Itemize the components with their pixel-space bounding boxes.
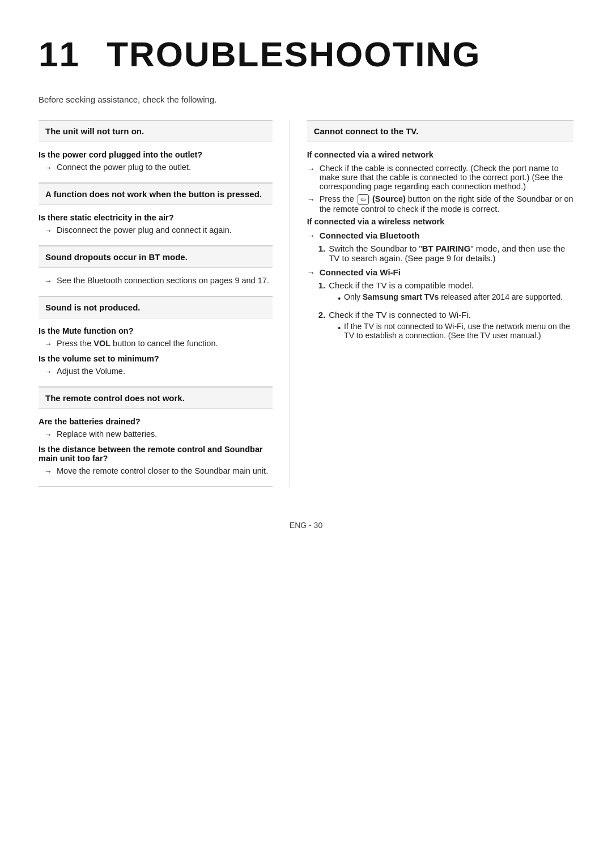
answer-text-batteries: Replace with new batteries. (57, 429, 273, 439)
wifi-step-1-text: Check if the TV is a compatible model. (329, 280, 474, 290)
answer-text-distance: Move the remote control closer to the So… (57, 466, 273, 475)
section-body-sound: Is the Mute function on? → Press the VOL… (39, 318, 273, 387)
wifi-header-row: → Connected via Wi-Fi (307, 267, 573, 277)
bt-step-1-text: Switch the Soundbar to "BT PAIRING" mode… (329, 244, 573, 263)
arrow-icon: → (44, 367, 52, 376)
section-header-remote: The remote control does not work. (39, 388, 273, 409)
bluetooth-steps: 1. Switch the Soundbar to "BT PAIRING" m… (307, 244, 573, 263)
section-sound-not-produced: Sound is not produced. Is the Mute funct… (39, 296, 273, 387)
section-unit-no-turn-on: The unit will not turn on. Is the power … (39, 120, 273, 183)
left-column: The unit will not turn on. Is the power … (39, 120, 290, 487)
right-column: Cannot connect to the TV. If connected v… (290, 120, 573, 487)
wifi-steps: 1. Check if the TV is a compatible model… (307, 280, 573, 342)
arrow-icon: → (44, 430, 52, 439)
arrow-icon: → (44, 339, 52, 348)
section-body-bt: → See the Bluetooth connection sections … (39, 268, 273, 296)
arrow-icon: → (44, 163, 52, 172)
arrow-icon: → (307, 268, 315, 277)
wired-network-title: If connected via a wired network (307, 150, 573, 159)
list-item: • Only Samsung smart TVs released after … (338, 292, 563, 303)
question-static: Is there static electricity in the air? (39, 213, 273, 222)
intro-text: Before seeking assistance, check the fol… (39, 95, 573, 104)
bluetooth-subsection: → Connected via Bluetooth 1. Switch the … (307, 231, 573, 263)
section-body-remote: Are the batteries drained? → Replace wit… (39, 409, 273, 487)
wifi-sub-1: Only Samsung smart TVs released after 20… (344, 292, 563, 301)
arrow-icon: → (307, 164, 315, 173)
question-batteries: Are the batteries drained? (39, 417, 273, 426)
arrow-icon: → (44, 467, 52, 476)
section-remote-no-work: The remote control does not work. Are th… (39, 387, 273, 487)
wifi-title: Connected via Wi-Fi (320, 267, 401, 277)
section-header-bt: Sound dropouts occur in BT mode. (39, 246, 273, 268)
wifi-step-1-content: Check if the TV is a compatible model. •… (329, 280, 563, 305)
list-item: 2. Check if the TV is connected to Wi-Fi… (318, 310, 573, 342)
wifi-sub-2: If the TV is not connected to Wi-Fi, use… (344, 322, 573, 340)
list-item: 1. Switch the Soundbar to "BT PAIRING" m… (318, 244, 573, 263)
answer-bt: → See the Bluetooth connection sections … (39, 276, 273, 286)
list-item: → Press the ⇦ (Source) button on the rig… (307, 194, 573, 214)
arrow-icon: → (44, 276, 52, 286)
section-header-sound: Sound is not produced. (39, 297, 273, 318)
arrow-icon: → (44, 226, 52, 235)
bullet-dot: • (338, 294, 341, 303)
section-sound-dropouts: Sound dropouts occur in BT mode. → See t… (39, 246, 273, 296)
list-item: 1. Check if the TV is a compatible model… (318, 280, 573, 305)
answer-text-mute: Press the VOL button to cancel the funct… (57, 339, 273, 348)
answer-text-bt: See the Bluetooth connection sections on… (57, 276, 273, 285)
wifi-step-1: 1. Check if the TV is a compatible model… (318, 280, 573, 305)
wireless-network-section: If connected via a wireless network → Co… (307, 217, 573, 342)
question-distance: Is the distance between the remote contr… (39, 445, 273, 463)
step-number: 2. (318, 310, 326, 320)
right-section-header: Cannot connect to the TV. (307, 120, 573, 142)
question-power-cord: Is the power cord plugged into the outle… (39, 150, 273, 159)
arrow-icon: → (307, 231, 315, 240)
answer-power-cord: → Connect the power plug to the outlet. (39, 163, 273, 172)
answer-mute: → Press the VOL button to cancel the fun… (39, 339, 273, 348)
source-icon: ⇦ (358, 194, 369, 205)
step-number: 1. (318, 244, 326, 253)
wired-bullet-1: Check if the cable is connected correctl… (320, 164, 573, 191)
wireless-network-title: If connected via a wireless network (307, 217, 573, 226)
content-layout: The unit will not turn on. Is the power … (39, 120, 573, 487)
answer-distance: → Move the remote control closer to the … (39, 466, 273, 476)
wifi-subsection: → Connected via Wi-Fi 1. Check if the TV… (307, 267, 573, 342)
arrow-icon: → (307, 195, 315, 204)
list-item: → Check if the cable is connected correc… (307, 164, 573, 191)
bullet-dot: • (338, 324, 341, 333)
bt-step-1: 1. Switch the Soundbar to "BT PAIRING" m… (318, 244, 573, 263)
section-body-function: Is there static electricity in the air? … (39, 205, 273, 246)
bluetooth-header-row: → Connected via Bluetooth (307, 231, 573, 240)
bluetooth-title: Connected via Bluetooth (320, 231, 420, 240)
question-mute: Is the Mute function on? (39, 326, 273, 335)
wired-network-section: If connected via a wired network → Check… (307, 150, 573, 214)
wired-bullet-2: Press the ⇦ (Source) button on the right… (320, 194, 573, 214)
step-number: 1. (318, 280, 326, 290)
wifi-step-2-text: Check if the TV is connected to Wi-Fi. (329, 310, 471, 320)
answer-text-volume: Adjust the Volume. (57, 367, 273, 376)
answer-text-power-cord: Connect the power plug to the outlet. (57, 163, 273, 172)
page-title: 11 TROUBLESHOOTING (39, 34, 573, 74)
wired-network-bullets: → Check if the cable is connected correc… (307, 164, 573, 214)
section-header-unit: The unit will not turn on. (39, 121, 273, 142)
question-volume: Is the volume set to minimum? (39, 354, 273, 363)
section-header-function: A function does not work when the button… (39, 184, 273, 205)
answer-text-static: Disconnect the power plug and connect it… (57, 225, 273, 235)
wifi-step-1-sub: • Only Samsung smart TVs released after … (338, 292, 563, 303)
wifi-step-2-sub: • If the TV is not connected to Wi-Fi, u… (338, 322, 573, 340)
answer-batteries: → Replace with new batteries. (39, 429, 273, 439)
section-function-no-work: A function does not work when the button… (39, 183, 273, 246)
answer-volume: → Adjust the Volume. (39, 367, 273, 376)
wifi-step-2-content: Check if the TV is connected to Wi-Fi. •… (329, 310, 573, 342)
page-footer: ENG - 30 (39, 521, 573, 530)
list-item: • If the TV is not connected to Wi-Fi, u… (338, 322, 573, 340)
wifi-step-2: 2. Check if the TV is connected to Wi-Fi… (318, 310, 573, 342)
right-content: If connected via a wired network → Check… (307, 142, 573, 350)
section-body-unit: Is the power cord plugged into the outle… (39, 142, 273, 183)
answer-static: → Disconnect the power plug and connect … (39, 225, 273, 235)
